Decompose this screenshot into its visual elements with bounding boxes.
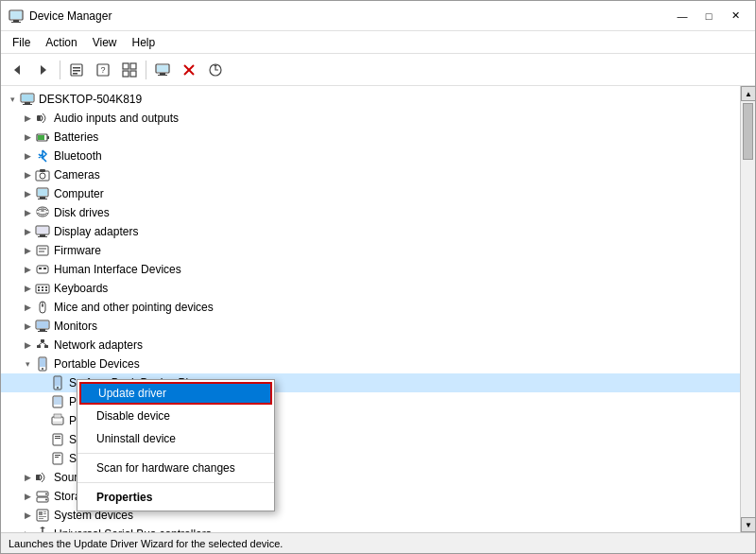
po-icon (50, 394, 65, 409)
svg-point-32 (40, 173, 45, 179)
firmware-label: Firmware (54, 244, 736, 257)
list-item[interactable]: ▶ Bluetooth (1, 147, 740, 165)
system-expander[interactable]: ▶ (20, 508, 35, 523)
svg-rect-14 (123, 71, 129, 77)
svg-rect-83 (55, 436, 60, 437)
list-item[interactable]: ▶ Universal Serial Bus controllers (1, 525, 740, 532)
vertical-scrollbar[interactable]: ▲ ▼ (740, 86, 755, 532)
toolbar-uninstall[interactable] (177, 58, 201, 82)
svg-rect-19 (157, 65, 168, 72)
list-item[interactable]: ▾ Portable Devices (1, 355, 740, 373)
mouse-expander[interactable]: ▶ (20, 300, 35, 315)
list-item[interactable]: ▶ Disk drives (1, 203, 740, 222)
toolbar-sep-2 (146, 61, 146, 79)
ctx-scan-hardware[interactable]: Scan for hardware changes (77, 457, 274, 479)
svg-rect-18 (158, 75, 167, 76)
keyboard-expander[interactable]: ▶ (20, 281, 35, 296)
content-area: ▾ DESKTOP-504K819 ▶ (1, 86, 755, 532)
bluetooth-icon (35, 148, 50, 164)
menu-file[interactable]: File (5, 34, 38, 51)
svg-rect-12 (123, 63, 129, 69)
toolbar-scan[interactable] (203, 58, 228, 82)
storage-expander[interactable]: ▶ (20, 489, 35, 504)
svg-rect-53 (38, 286, 40, 288)
batteries-label: Batteries (54, 130, 736, 144)
list-item[interactable]: ▶ Keyboards (1, 279, 740, 298)
computer-expander[interactable]: ▶ (20, 186, 35, 201)
close-button[interactable]: ✕ (723, 7, 747, 26)
toolbar-back[interactable] (5, 58, 29, 82)
ctx-disable-device[interactable]: Disable device (77, 405, 274, 427)
portable-expander[interactable]: ▾ (20, 356, 35, 372)
toolbar-update[interactable]: ? (91, 58, 115, 82)
tree-panel[interactable]: ▾ DESKTOP-504K819 ▶ (1, 86, 740, 532)
monitors-expander[interactable]: ▶ (20, 319, 35, 334)
ctx-properties[interactable]: Properties (77, 486, 274, 509)
audio-expander[interactable]: ▶ (20, 111, 35, 126)
scrollbar-down[interactable]: ▼ (741, 517, 755, 532)
menu-action[interactable]: Action (38, 34, 84, 51)
list-item[interactable]: ▶ Cameras (1, 165, 740, 184)
minimize-button[interactable]: — (670, 7, 695, 26)
list-item[interactable]: ▶ Network adapters (1, 336, 740, 355)
mouse-icon (35, 300, 50, 315)
scan-icon (208, 62, 223, 78)
batteries-expander[interactable]: ▶ (20, 130, 35, 145)
root-expander[interactable]: ▾ (5, 92, 20, 107)
svg-rect-36 (40, 197, 45, 199)
cameras-expander[interactable]: ▶ (20, 167, 35, 182)
list-item[interactable]: ▶ Display adapters (1, 222, 740, 241)
sound-expander[interactable]: ▶ (20, 470, 35, 485)
svg-marker-4 (14, 65, 20, 75)
scrollbar-track[interactable] (741, 101, 755, 517)
bluetooth-expander[interactable]: ▶ (20, 148, 35, 164)
storage-icon (35, 489, 50, 504)
ctx-uninstall-device[interactable]: Uninstall device (77, 427, 274, 450)
svg-rect-66 (41, 339, 44, 342)
portable-icon (35, 356, 50, 372)
list-item[interactable]: ▶ Mice and other pointing devices (1, 298, 740, 317)
ctx-update-driver[interactable]: Update driver (79, 382, 272, 405)
menu-view[interactable]: View (85, 34, 125, 51)
menu-bar: File Action View Help (1, 31, 755, 54)
list-item[interactable]: ▶ Firmware (1, 241, 740, 260)
svg-rect-2 (11, 22, 21, 23)
sound-icon (35, 470, 50, 485)
list-item[interactable]: ▶ Monitors (1, 317, 740, 336)
usb-icon (35, 527, 50, 532)
tree-root[interactable]: ▾ DESKTOP-504K819 (1, 90, 740, 109)
audio-label: Audio inputs and outputs (54, 112, 736, 125)
system-icon (35, 508, 50, 523)
scrollbar-thumb[interactable] (743, 103, 753, 160)
hid-label: Human Interface Devices (54, 263, 736, 276)
svg-rect-55 (45, 286, 47, 288)
network-expander[interactable]: ▶ (20, 338, 35, 353)
list-item[interactable]: ▶ Audio inputs and outputs (1, 109, 740, 128)
disk-expander[interactable]: ▶ (20, 205, 35, 220)
sc2-icon (50, 451, 65, 466)
svg-rect-49 (37, 266, 48, 273)
firmware-expander[interactable]: ▶ (20, 243, 35, 258)
toolbar-monitor[interactable] (150, 58, 175, 82)
toolbar-grid[interactable] (117, 58, 142, 82)
menu-help[interactable]: Help (125, 34, 163, 51)
display-expander[interactable]: ▶ (20, 224, 35, 239)
toolbar-properties[interactable] (64, 58, 89, 82)
svg-line-70 (43, 342, 46, 345)
svg-marker-100 (40, 527, 45, 528)
svg-rect-30 (38, 135, 44, 140)
list-item[interactable]: ▶ Human Interface Devices (1, 260, 740, 279)
svg-rect-52 (36, 285, 49, 293)
svg-marker-5 (41, 65, 46, 75)
scrollbar-up[interactable]: ▲ (741, 86, 755, 101)
svg-rect-8 (73, 70, 80, 72)
list-item[interactable]: ▶ Computer (1, 184, 740, 203)
list-item[interactable]: ▶ Batteries (1, 128, 740, 147)
context-menu: Update driver Disable device Uninstall d… (77, 379, 275, 511)
svg-point-41 (41, 210, 44, 212)
usb-expander[interactable]: ▶ (20, 527, 35, 532)
toolbar-forward[interactable] (31, 58, 56, 82)
status-bar: Launches the Update Driver Wizard for th… (1, 532, 755, 553)
hid-expander[interactable]: ▶ (20, 262, 35, 277)
maximize-button[interactable]: □ (696, 7, 721, 26)
